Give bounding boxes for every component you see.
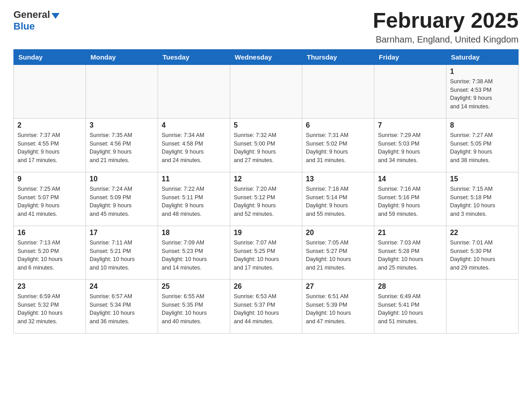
day-number: 4 xyxy=(162,121,226,129)
day-info: Sunrise: 7:25 AM Sunset: 5:07 PM Dayligh… xyxy=(17,185,82,218)
day-number: 10 xyxy=(90,175,154,183)
calendar-week-row: 9Sunrise: 7:25 AM Sunset: 5:07 PM Daylig… xyxy=(14,172,519,226)
calendar-cell: 28Sunrise: 6:49 AM Sunset: 5:41 PM Dayli… xyxy=(374,279,446,333)
calendar-cell xyxy=(86,64,158,118)
location-label: Barnham, England, United Kingdom xyxy=(373,34,519,45)
calendar-day-header: Wednesday xyxy=(230,49,302,64)
calendar-cell: 13Sunrise: 7:18 AM Sunset: 5:14 PM Dayli… xyxy=(302,172,374,226)
day-info: Sunrise: 6:55 AM Sunset: 5:35 PM Dayligh… xyxy=(162,292,226,326)
day-info: Sunrise: 7:01 AM Sunset: 5:30 PM Dayligh… xyxy=(450,239,515,272)
day-number: 23 xyxy=(17,283,82,291)
day-number: 17 xyxy=(90,229,154,237)
title-area: February 2025 Barnham, England, United K… xyxy=(373,9,519,45)
calendar-day-header: Tuesday xyxy=(158,49,230,64)
day-info: Sunrise: 7:34 AM Sunset: 4:58 PM Dayligh… xyxy=(162,131,226,165)
calendar-cell: 27Sunrise: 6:51 AM Sunset: 5:39 PM Dayli… xyxy=(302,279,374,333)
day-number: 5 xyxy=(234,121,298,129)
logo-general-text: General xyxy=(13,9,50,21)
day-number: 12 xyxy=(234,175,298,183)
calendar-cell xyxy=(302,64,374,118)
calendar-cell: 24Sunrise: 6:57 AM Sunset: 5:34 PM Dayli… xyxy=(86,279,158,333)
calendar-cell: 7Sunrise: 7:29 AM Sunset: 5:03 PM Daylig… xyxy=(374,118,446,172)
day-info: Sunrise: 7:32 AM Sunset: 5:00 PM Dayligh… xyxy=(234,131,298,165)
day-number: 19 xyxy=(234,229,298,237)
calendar-cell: 26Sunrise: 6:53 AM Sunset: 5:37 PM Dayli… xyxy=(230,279,302,333)
calendar-cell: 19Sunrise: 7:07 AM Sunset: 5:25 PM Dayli… xyxy=(230,226,302,279)
calendar-cell: 17Sunrise: 7:11 AM Sunset: 5:21 PM Dayli… xyxy=(86,226,158,279)
logo-blue-line: Blue xyxy=(13,21,35,32)
day-number: 28 xyxy=(378,283,442,291)
calendar-week-row: 23Sunrise: 6:59 AM Sunset: 5:32 PM Dayli… xyxy=(14,279,519,333)
day-number: 24 xyxy=(90,283,154,291)
day-info: Sunrise: 7:35 AM Sunset: 4:56 PM Dayligh… xyxy=(90,131,154,165)
day-info: Sunrise: 6:49 AM Sunset: 5:41 PM Dayligh… xyxy=(378,292,442,326)
calendar-header-row: SundayMondayTuesdayWednesdayThursdayFrid… xyxy=(14,49,519,64)
calendar-cell xyxy=(158,64,230,118)
day-info: Sunrise: 7:11 AM Sunset: 5:21 PM Dayligh… xyxy=(90,239,154,272)
day-info: Sunrise: 7:03 AM Sunset: 5:28 PM Dayligh… xyxy=(378,239,442,272)
logo: General Blue xyxy=(13,9,60,32)
day-number: 6 xyxy=(306,121,370,129)
day-number: 16 xyxy=(17,229,82,237)
day-number: 20 xyxy=(306,229,370,237)
logo-triangle-icon xyxy=(51,13,60,19)
day-info: Sunrise: 7:07 AM Sunset: 5:25 PM Dayligh… xyxy=(234,239,298,272)
calendar-cell xyxy=(446,279,519,333)
day-number: 27 xyxy=(306,283,370,291)
calendar-day-header: Friday xyxy=(374,49,446,64)
day-info: Sunrise: 7:31 AM Sunset: 5:02 PM Dayligh… xyxy=(306,131,370,165)
day-number: 18 xyxy=(162,229,226,237)
calendar-day-header: Monday xyxy=(86,49,158,64)
calendar-cell: 20Sunrise: 7:05 AM Sunset: 5:27 PM Dayli… xyxy=(302,226,374,279)
day-info: Sunrise: 7:16 AM Sunset: 5:16 PM Dayligh… xyxy=(378,185,442,218)
day-number: 15 xyxy=(450,175,515,183)
calendar-cell: 8Sunrise: 7:27 AM Sunset: 5:05 PM Daylig… xyxy=(446,118,519,172)
calendar-cell: 22Sunrise: 7:01 AM Sunset: 5:30 PM Dayli… xyxy=(446,226,519,279)
day-info: Sunrise: 7:27 AM Sunset: 5:05 PM Dayligh… xyxy=(450,131,515,165)
calendar-cell: 12Sunrise: 7:20 AM Sunset: 5:12 PM Dayli… xyxy=(230,172,302,226)
calendar-cell: 23Sunrise: 6:59 AM Sunset: 5:32 PM Dayli… xyxy=(14,279,86,333)
day-info: Sunrise: 7:22 AM Sunset: 5:11 PM Dayligh… xyxy=(162,185,226,218)
calendar-cell: 16Sunrise: 7:13 AM Sunset: 5:20 PM Dayli… xyxy=(14,226,86,279)
calendar-day-header: Sunday xyxy=(14,49,86,64)
calendar-cell: 5Sunrise: 7:32 AM Sunset: 5:00 PM Daylig… xyxy=(230,118,302,172)
calendar-cell xyxy=(14,64,86,118)
day-info: Sunrise: 7:24 AM Sunset: 5:09 PM Dayligh… xyxy=(90,185,154,218)
day-number: 1 xyxy=(450,68,515,76)
day-info: Sunrise: 7:38 AM Sunset: 4:53 PM Dayligh… xyxy=(450,77,515,111)
calendar-table: SundayMondayTuesdayWednesdayThursdayFrid… xyxy=(13,49,519,334)
calendar-day-header: Thursday xyxy=(302,49,374,64)
calendar-cell: 6Sunrise: 7:31 AM Sunset: 5:02 PM Daylig… xyxy=(302,118,374,172)
day-number: 13 xyxy=(306,175,370,183)
logo-blue-text: Blue xyxy=(13,21,35,32)
calendar-cell: 21Sunrise: 7:03 AM Sunset: 5:28 PM Dayli… xyxy=(374,226,446,279)
calendar-cell: 10Sunrise: 7:24 AM Sunset: 5:09 PM Dayli… xyxy=(86,172,158,226)
calendar-cell xyxy=(230,64,302,118)
day-number: 2 xyxy=(17,121,82,129)
day-number: 21 xyxy=(378,229,442,237)
calendar-cell: 15Sunrise: 7:15 AM Sunset: 5:18 PM Dayli… xyxy=(446,172,519,226)
calendar-day-header: Saturday xyxy=(446,49,519,64)
day-info: Sunrise: 6:59 AM Sunset: 5:32 PM Dayligh… xyxy=(17,292,82,326)
day-info: Sunrise: 7:37 AM Sunset: 4:55 PM Dayligh… xyxy=(17,131,82,165)
calendar-week-row: 16Sunrise: 7:13 AM Sunset: 5:20 PM Dayli… xyxy=(14,226,519,279)
day-number: 26 xyxy=(234,283,298,291)
day-number: 14 xyxy=(378,175,442,183)
day-info: Sunrise: 7:09 AM Sunset: 5:23 PM Dayligh… xyxy=(162,239,226,272)
day-info: Sunrise: 6:51 AM Sunset: 5:39 PM Dayligh… xyxy=(306,292,370,326)
day-info: Sunrise: 7:05 AM Sunset: 5:27 PM Dayligh… xyxy=(306,239,370,272)
day-info: Sunrise: 7:13 AM Sunset: 5:20 PM Dayligh… xyxy=(17,239,82,272)
calendar-cell: 9Sunrise: 7:25 AM Sunset: 5:07 PM Daylig… xyxy=(14,172,86,226)
day-number: 3 xyxy=(90,121,154,129)
calendar-week-row: 1Sunrise: 7:38 AM Sunset: 4:53 PM Daylig… xyxy=(14,64,519,118)
page-header: General Blue February 2025 Barnham, Engl… xyxy=(13,9,519,45)
calendar-cell: 18Sunrise: 7:09 AM Sunset: 5:23 PM Dayli… xyxy=(158,226,230,279)
day-number: 8 xyxy=(450,121,515,129)
day-number: 11 xyxy=(162,175,226,183)
calendar-cell: 14Sunrise: 7:16 AM Sunset: 5:16 PM Dayli… xyxy=(374,172,446,226)
calendar-week-row: 2Sunrise: 7:37 AM Sunset: 4:55 PM Daylig… xyxy=(14,118,519,172)
calendar-cell: 1Sunrise: 7:38 AM Sunset: 4:53 PM Daylig… xyxy=(446,64,519,118)
day-number: 7 xyxy=(378,121,442,129)
calendar-cell: 3Sunrise: 7:35 AM Sunset: 4:56 PM Daylig… xyxy=(86,118,158,172)
calendar-cell: 25Sunrise: 6:55 AM Sunset: 5:35 PM Dayli… xyxy=(158,279,230,333)
